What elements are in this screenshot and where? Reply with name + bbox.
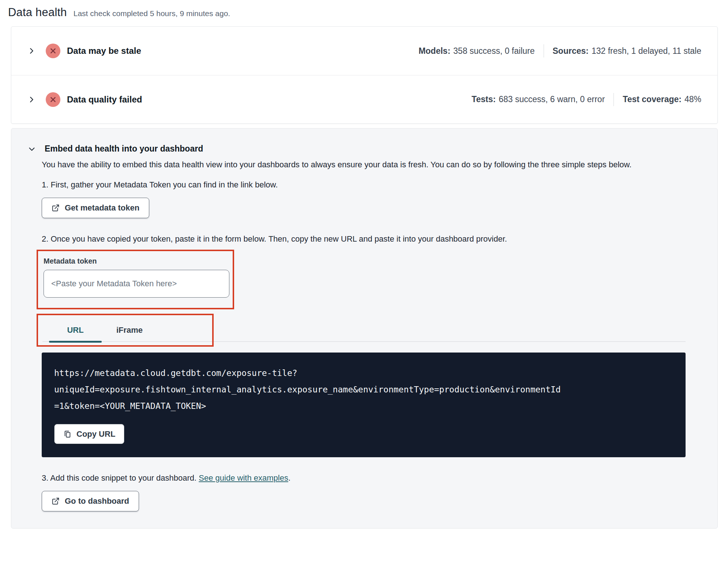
chevron-right-icon[interactable] [27, 47, 35, 55]
status-row-data-stale[interactable]: Data may be stale Models:358 success, 0 … [11, 27, 717, 75]
embed-url-line: uniqueId=exposure.fishtown_internal_anal… [54, 381, 671, 398]
embed-url-code-block: https://metadata.cloud.getdbt.com/exposu… [42, 353, 686, 457]
sources-stat-value: 132 fresh, 1 delayed, 11 stale [592, 46, 701, 56]
metadata-token-label: Metadata token [44, 257, 233, 265]
status-row-stats: Tests:683 success, 6 warn, 0 error Test … [472, 93, 701, 106]
test-coverage-stat: Test coverage:48% [623, 94, 701, 104]
embed-url-line: =1&token=<YOUR_METADATA_TOKEN> [54, 398, 671, 414]
test-coverage-stat-value: 48% [684, 94, 701, 104]
step3-text: 3. Add this code snippet to your dashboa… [42, 473, 686, 483]
test-coverage-stat-label: Test coverage: [623, 94, 682, 104]
step3-suffix: . [288, 473, 290, 482]
last-check-timestamp: Last check completed 5 hours, 9 minutes … [74, 9, 230, 18]
data-health-status-card: Data may be stale Models:358 success, 0 … [11, 26, 718, 124]
page-header: Data health Last check completed 5 hours… [0, 0, 728, 19]
error-x-circle-icon [46, 92, 60, 107]
external-link-icon [52, 497, 60, 505]
tabs-zone: URL iFrame [37, 314, 686, 347]
tests-stat-label: Tests: [472, 94, 496, 104]
metadata-token-input[interactable] [44, 270, 229, 298]
step3-prefix: 3. Add this code snippet to your dashboa… [42, 473, 199, 482]
embed-section-header[interactable]: Embed data health into your dashboard [28, 144, 701, 154]
models-stat-value: 358 success, 0 failure [453, 46, 534, 56]
annotation-box-token: Metadata token [37, 250, 234, 309]
embed-url-line: https://metadata.cloud.getdbt.com/exposu… [54, 365, 671, 381]
stat-divider [613, 93, 614, 106]
chevron-down-icon[interactable] [28, 145, 36, 153]
stat-divider [544, 44, 544, 57]
embed-description: You have the ability to embed this data … [42, 159, 671, 171]
embed-section-title: Embed data health into your dashboard [45, 144, 203, 154]
see-guide-link[interactable]: See guide with examples [199, 473, 288, 482]
step1-text: 1. First, gather your Metadata Token you… [42, 180, 686, 190]
get-metadata-token-button[interactable]: Get metadata token [42, 198, 149, 218]
copy-url-button[interactable]: Copy URL [54, 424, 124, 444]
status-row-left: Data may be stale [27, 44, 141, 58]
tab-iframe[interactable]: iFrame [102, 315, 157, 345]
sources-stat: Sources:132 fresh, 1 delayed, 11 stale [553, 46, 702, 56]
external-link-icon [52, 204, 60, 212]
status-row-title: Data may be stale [67, 46, 141, 56]
tests-stat: Tests:683 success, 6 warn, 0 error [472, 94, 605, 104]
models-stat-label: Models: [419, 46, 450, 56]
copy-url-label: Copy URL [76, 429, 115, 439]
status-row-data-quality[interactable]: Data quality failed Tests:683 success, 6… [11, 75, 717, 123]
go-to-dashboard-button[interactable]: Go to dashboard [42, 491, 139, 511]
error-x-circle-icon [46, 44, 60, 58]
get-metadata-token-label: Get metadata token [65, 203, 139, 213]
page-title: Data health [8, 6, 67, 19]
annotation-box-tabs: URL iFrame [37, 314, 214, 347]
tab-url[interactable]: URL [48, 315, 102, 345]
copy-icon [63, 430, 71, 438]
status-row-left: Data quality failed [27, 92, 142, 107]
embed-section-body: You have the ability to embed this data … [42, 159, 686, 511]
sources-stat-label: Sources: [553, 46, 589, 56]
status-row-stats: Models:358 success, 0 failure Sources:13… [419, 44, 701, 57]
models-stat: Models:358 success, 0 failure [419, 46, 534, 56]
embed-section-card: Embed data health into your dashboard Yo… [11, 128, 718, 529]
tests-stat-value: 683 success, 6 warn, 0 error [499, 94, 605, 104]
status-row-title: Data quality failed [67, 94, 142, 105]
chevron-right-icon[interactable] [27, 96, 35, 104]
step2-text: 2. Once you have copied your token, past… [42, 234, 686, 244]
go-to-dashboard-label: Go to dashboard [65, 496, 129, 506]
